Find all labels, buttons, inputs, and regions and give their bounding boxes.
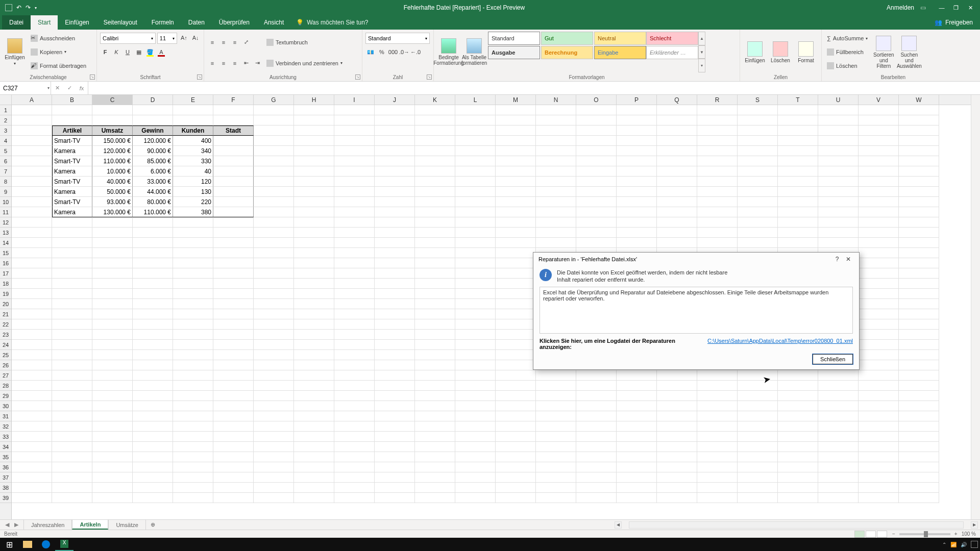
freigeben-button[interactable]: 👥 Freigeben bbox=[927, 15, 980, 30]
cell[interactable] bbox=[12, 258, 52, 268]
cell[interactable] bbox=[899, 115, 939, 126]
ribbon-display-icon[interactable]: ▭ bbox=[920, 4, 926, 11]
cell[interactable] bbox=[657, 391, 697, 401]
cell[interactable] bbox=[859, 248, 899, 258]
cell[interactable] bbox=[375, 228, 415, 238]
cell[interactable] bbox=[92, 258, 133, 268]
cell[interactable] bbox=[254, 126, 294, 136]
cell[interactable] bbox=[899, 187, 939, 197]
cell[interactable] bbox=[617, 136, 657, 146]
cell[interactable] bbox=[213, 217, 254, 228]
row-header-4[interactable]: 4 bbox=[0, 136, 11, 146]
cell[interactable] bbox=[52, 309, 92, 319]
cell[interactable] bbox=[536, 391, 576, 401]
cell[interactable] bbox=[294, 166, 334, 177]
cell[interactable] bbox=[92, 319, 133, 330]
cell[interactable] bbox=[455, 136, 496, 146]
cell[interactable] bbox=[899, 105, 939, 115]
cell[interactable] bbox=[859, 483, 899, 493]
cell[interactable] bbox=[12, 401, 52, 411]
cell[interactable] bbox=[133, 483, 173, 493]
cell[interactable] bbox=[254, 319, 294, 330]
cell[interactable] bbox=[415, 319, 455, 330]
cell[interactable] bbox=[818, 401, 859, 411]
cell[interactable] bbox=[173, 432, 213, 442]
row-header-16[interactable]: 16 bbox=[0, 258, 11, 268]
styles-down-button[interactable]: ▼ bbox=[698, 45, 705, 59]
cell[interactable] bbox=[254, 350, 294, 360]
cell[interactable] bbox=[455, 452, 496, 462]
cell[interactable] bbox=[738, 228, 778, 238]
cell[interactable] bbox=[294, 452, 334, 462]
cell[interactable] bbox=[738, 115, 778, 126]
cell[interactable] bbox=[738, 472, 778, 483]
ausschneiden-button[interactable]: ✂Ausschneiden bbox=[29, 33, 88, 44]
cell[interactable] bbox=[657, 483, 697, 493]
cell[interactable] bbox=[536, 432, 576, 442]
cell[interactable] bbox=[254, 340, 294, 350]
cell[interactable] bbox=[133, 350, 173, 360]
cell[interactable] bbox=[496, 421, 536, 432]
cell[interactable] bbox=[778, 432, 818, 442]
style-eingabe[interactable]: Eingabe bbox=[594, 46, 646, 59]
save-icon[interactable] bbox=[5, 4, 12, 11]
dialog-detail-box[interactable]: Excel hat die Überprüfung und Reparatur … bbox=[540, 287, 853, 334]
col-header-S[interactable]: S bbox=[738, 95, 778, 105]
cell[interactable]: 110.000 € bbox=[133, 207, 173, 217]
format-uebertragen-button[interactable]: 🖌Format übertragen bbox=[29, 60, 88, 71]
cell[interactable] bbox=[899, 268, 939, 279]
cell[interactable] bbox=[133, 115, 173, 126]
cell[interactable] bbox=[818, 136, 859, 146]
cell[interactable] bbox=[213, 319, 254, 330]
cell[interactable] bbox=[52, 217, 92, 228]
cell[interactable] bbox=[254, 330, 294, 340]
cell[interactable] bbox=[375, 411, 415, 421]
cell[interactable] bbox=[213, 309, 254, 319]
cell[interactable]: Gewinn bbox=[133, 126, 173, 136]
cell[interactable] bbox=[617, 228, 657, 238]
cell[interactable] bbox=[778, 228, 818, 238]
zoom-in-button[interactable]: + bbox=[954, 531, 958, 537]
cell[interactable] bbox=[375, 421, 415, 432]
font-size-combo[interactable]: 11▾ bbox=[157, 33, 178, 44]
undo-icon[interactable]: ↶ bbox=[16, 4, 21, 11]
clipboard-launcher[interactable]: ↘ bbox=[90, 74, 95, 80]
cell[interactable] bbox=[92, 462, 133, 472]
row-header-3[interactable]: 3 bbox=[0, 126, 11, 136]
cell[interactable] bbox=[173, 330, 213, 340]
cell[interactable] bbox=[778, 146, 818, 156]
cell[interactable] bbox=[576, 177, 617, 187]
cell[interactable] bbox=[496, 452, 536, 462]
cell[interactable]: 120.000 € bbox=[92, 146, 133, 156]
cells-format-button[interactable]: Format bbox=[794, 32, 818, 72]
cell[interactable] bbox=[213, 483, 254, 493]
cells-einfuegen-button[interactable]: Einfügen bbox=[743, 32, 767, 72]
col-header-H[interactable]: H bbox=[294, 95, 334, 105]
file-explorer-taskbar[interactable] bbox=[18, 538, 37, 551]
cell[interactable] bbox=[536, 105, 576, 115]
cell[interactable] bbox=[455, 156, 496, 166]
cell[interactable] bbox=[738, 156, 778, 166]
tray-volume-icon[interactable]: 🔊 bbox=[961, 542, 967, 547]
comma-button[interactable]: 000 bbox=[388, 47, 398, 57]
cell[interactable] bbox=[899, 493, 939, 503]
cell[interactable] bbox=[213, 228, 254, 238]
cell[interactable] bbox=[697, 452, 738, 462]
cell[interactable] bbox=[92, 268, 133, 279]
cell[interactable] bbox=[496, 136, 536, 146]
cell[interactable] bbox=[213, 248, 254, 258]
cell[interactable] bbox=[859, 432, 899, 442]
cell[interactable] bbox=[254, 177, 294, 187]
cell[interactable] bbox=[455, 309, 496, 319]
cell[interactable] bbox=[576, 187, 617, 197]
cell[interactable] bbox=[213, 115, 254, 126]
cell[interactable] bbox=[294, 136, 334, 146]
cell[interactable] bbox=[657, 228, 697, 238]
cell[interactable] bbox=[254, 268, 294, 279]
style-erklarend[interactable]: Erklärender … bbox=[646, 46, 698, 59]
cell[interactable] bbox=[213, 370, 254, 381]
cell[interactable] bbox=[657, 452, 697, 462]
cancel-formula-button[interactable]: ✕ bbox=[51, 85, 63, 91]
cell[interactable]: Artikel bbox=[52, 126, 92, 136]
cell[interactable] bbox=[899, 421, 939, 432]
